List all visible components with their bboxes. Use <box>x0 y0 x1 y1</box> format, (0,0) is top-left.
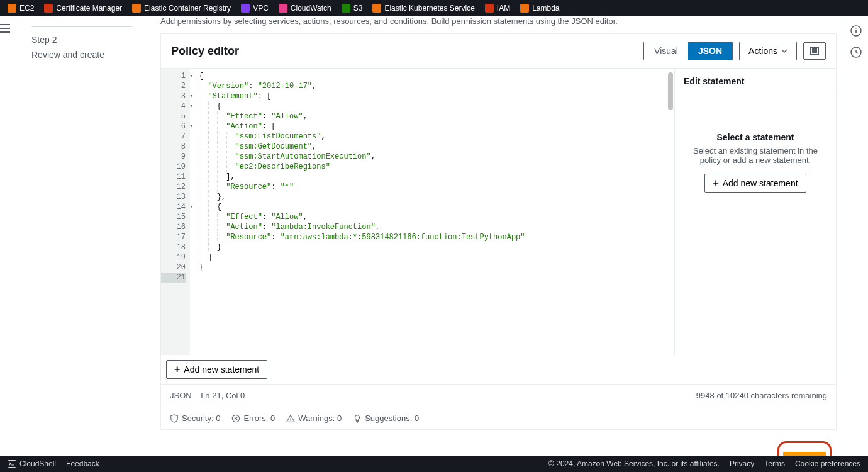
gutter-line: 3▾ <box>161 91 186 101</box>
code-line: "Effect": "Allow", <box>199 111 674 121</box>
policy-editor-panel: Policy editor Visual JSON Actions <box>160 33 837 430</box>
gutter-line: 21 <box>161 273 186 283</box>
suggestions-count[interactable]: Suggestions: 0 <box>353 413 419 423</box>
plus-icon: + <box>713 178 718 188</box>
code-line: "ec2:DescribeRegions" <box>199 162 674 172</box>
service-icon <box>485 4 494 13</box>
hamburger-menu-icon[interactable] <box>0 24 18 33</box>
review-and-create-link[interactable]: Review and create <box>31 47 147 62</box>
plus-icon: + <box>174 364 180 374</box>
bookmark-elastic-kubernetes-service[interactable]: Elastic Kubernetes Service <box>367 0 479 16</box>
bookmark-cloudwatch[interactable]: CloudWatch <box>274 0 337 16</box>
code-line: "Resource": "arn:aws:lambda:*:5983148211… <box>199 232 674 242</box>
code-line: { <box>199 202 674 212</box>
code-line: "ssm:GetDocument", <box>199 142 674 152</box>
gutter-line: 6▾ <box>161 121 186 132</box>
gutter-line: 18 <box>161 242 186 252</box>
bookmark-s3[interactable]: S3 <box>337 0 368 16</box>
gutter-line: 19 <box>161 252 186 262</box>
bookmark-ec2[interactable]: EC2 <box>3 0 39 16</box>
code-line: { <box>199 71 674 81</box>
code-line: "Effect": "Allow", <box>199 212 674 222</box>
code-line: "Action": "lambda:InvokeFunction", <box>199 222 674 232</box>
code-line: "Statement": [ <box>199 91 674 101</box>
next-button-highlight: Next <box>777 441 832 456</box>
gutter-line: 20 <box>161 262 186 273</box>
shield-icon <box>170 414 179 423</box>
code-line: } <box>199 242 674 252</box>
code-line: ] <box>199 252 674 262</box>
gutter-line: 13 <box>161 192 186 202</box>
maximize-button[interactable] <box>803 42 826 60</box>
gutter-line: 5 <box>161 111 186 121</box>
code-line: "Resource": "*" <box>199 182 674 192</box>
panel-title: Policy editor <box>171 45 239 58</box>
visual-mode-button[interactable]: Visual <box>644 42 688 60</box>
code-line <box>199 273 674 283</box>
add-new-statement-button-side[interactable]: + Add new statement <box>704 174 806 193</box>
scrollbar-thumb[interactable] <box>668 72 673 110</box>
json-mode-button[interactable]: JSON <box>688 42 732 60</box>
code-line: } <box>199 262 674 273</box>
gutter-line: 14▾ <box>161 202 186 212</box>
gutter-line: 4▾ <box>161 101 186 111</box>
service-icon <box>372 4 381 13</box>
clock-icon[interactable] <box>850 47 862 58</box>
warning-icon <box>286 414 295 423</box>
gutter-line: 9 <box>161 152 186 162</box>
gutter-line: 11 <box>161 172 186 182</box>
service-icon <box>132 4 141 13</box>
wizard-sidebar: Step 2 Review and create <box>19 16 160 456</box>
code-line: ], <box>199 172 674 182</box>
select-statement-desc: Select an existing statement in the poli… <box>684 146 827 165</box>
gutter-line: 2 <box>161 81 186 91</box>
gutter-line: 16 <box>161 222 186 232</box>
edit-statement-pane: Edit statement Select a statement Select… <box>674 69 836 355</box>
actions-dropdown[interactable]: Actions <box>739 42 797 60</box>
code-line: }, <box>199 192 674 202</box>
bookmark-certificate-manager[interactable]: Certificate Manager <box>39 0 127 16</box>
service-icon <box>8 4 16 13</box>
code-line: "Action": [ <box>199 121 674 132</box>
bookmark-lambda[interactable]: Lambda <box>515 0 564 16</box>
service-icon <box>241 4 250 13</box>
gutter-line: 1▾ <box>161 71 186 81</box>
code-line: "Version": "2012-10-17", <box>199 81 674 91</box>
error-icon <box>231 414 240 423</box>
status-bar: JSON Ln 21, Col 0 9948 of 10240 characte… <box>161 384 836 407</box>
code-line: { <box>199 101 674 111</box>
lightbulb-icon <box>353 414 362 423</box>
bookmark-elastic-container-registry[interactable]: Elastic Container Registry <box>127 0 236 16</box>
cursor-position: Ln 21, Col 0 <box>201 391 245 400</box>
info-icon[interactable] <box>850 25 862 37</box>
helper-text: Add permissions by selecting services, a… <box>160 16 837 33</box>
gutter-line: 12 <box>161 182 186 192</box>
step-2-label[interactable]: Step 2 <box>31 32 147 47</box>
service-icon <box>279 4 287 13</box>
add-new-statement-button[interactable]: + Add new statement <box>166 360 267 379</box>
validation-bar: Security: 0 Errors: 0 Warnings: 0 Sugges… <box>161 407 836 429</box>
security-count[interactable]: Security: 0 <box>170 413 220 423</box>
select-statement-label: Select a statement <box>684 132 827 142</box>
gutter-line: 8 <box>161 142 186 152</box>
right-icon-rail <box>843 16 868 456</box>
maximize-icon <box>810 47 819 55</box>
gutter-line: 17 <box>161 232 186 242</box>
errors-count[interactable]: Errors: 0 <box>231 413 275 423</box>
code-line: "ssm:ListDocuments", <box>199 132 674 142</box>
bookmark-iam[interactable]: IAM <box>480 0 515 16</box>
code-line: "ssm:StartAutomationExecution", <box>199 152 674 162</box>
bookmarks-bar: EC2Certificate ManagerElastic Container … <box>0 0 868 16</box>
chevron-down-icon <box>781 49 787 53</box>
json-code-editor[interactable]: 1▾23▾4▾56▾7891011121314▾15161718192021 {… <box>161 69 674 355</box>
warnings-count[interactable]: Warnings: 0 <box>286 413 342 423</box>
editor-mode-toggle: Visual JSON <box>643 42 733 60</box>
gutter-line: 10 <box>161 162 186 172</box>
service-icon <box>520 4 529 13</box>
svg-rect-1 <box>812 48 817 53</box>
chars-remaining: 9948 of 10240 characters remaining <box>696 391 827 400</box>
service-icon <box>44 4 53 13</box>
gutter-line: 7 <box>161 132 186 142</box>
editor-mode-label: JSON <box>170 391 192 400</box>
bookmark-vpc[interactable]: VPC <box>236 0 274 16</box>
